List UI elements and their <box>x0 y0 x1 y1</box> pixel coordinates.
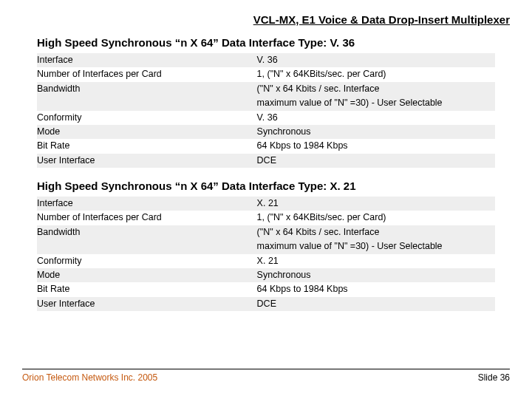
spec-label: Bandwidth <box>37 225 257 254</box>
table-row: Bandwidth ("N" x 64 Kbits / sec. Interfa… <box>37 225 495 254</box>
spec-label: Number of Interfaces per Card <box>37 211 257 225</box>
spec-value: X. 21 <box>257 254 495 268</box>
spec-label: Conformity <box>37 254 257 268</box>
spec-label: Bandwidth <box>37 82 257 111</box>
table-row: Interface V. 36 <box>37 53 495 67</box>
footer-company: Orion Telecom Networks Inc. 2005 <box>22 372 157 383</box>
table-row: User Interface DCE <box>37 154 495 168</box>
spec-value: 64 Kbps to 1984 Kbps <box>257 139 495 153</box>
spec-label: Interface <box>37 53 257 67</box>
spec-value: DCE <box>257 154 495 168</box>
spec-value: 1, ("N" x 64KBits/sec. per Card) <box>257 67 495 81</box>
table-row: Mode Synchronous <box>37 125 495 139</box>
spec-value: X. 21 <box>257 197 495 211</box>
spec-value: DCE <box>257 297 495 311</box>
spec-label: Conformity <box>37 111 257 125</box>
footer-rule <box>22 369 510 369</box>
table-row: Bit Rate 64 Kbps to 1984 Kbps <box>37 282 495 296</box>
spec-value: V. 36 <box>257 111 495 125</box>
footer: Orion Telecom Networks Inc. 2005 Slide 3… <box>22 369 510 383</box>
spec-value: Synchronous <box>257 125 495 139</box>
spec-label: Bit Rate <box>37 139 257 153</box>
table-row: User Interface DCE <box>37 297 495 311</box>
spec-label: Mode <box>37 125 257 139</box>
spec-value: Synchronous <box>257 268 495 282</box>
spec-table-v36: Interface V. 36 Number of Interfaces per… <box>37 53 495 168</box>
table-row: Number of Interfaces per Card 1, ("N" x … <box>37 67 495 81</box>
spec-value: 64 Kbps to 1984 Kbps <box>257 282 495 296</box>
spec-value: V. 36 <box>257 53 495 67</box>
spec-label: Interface <box>37 197 257 211</box>
table-row: Bandwidth ("N" x 64 Kbits / sec. Interfa… <box>37 82 495 111</box>
table-row: Number of Interfaces per Card 1, ("N" x … <box>37 211 495 225</box>
table-row: Bit Rate 64 Kbps to 1984 Kbps <box>37 139 495 153</box>
table-row: Interface X. 21 <box>37 197 495 211</box>
spec-label: Number of Interfaces per Card <box>37 67 257 81</box>
spec-table-x21: Interface X. 21 Number of Interfaces per… <box>37 197 495 311</box>
section-title-v36: High Speed Synchronous “n X 64” Data Int… <box>37 36 495 49</box>
spec-label: Mode <box>37 268 257 282</box>
footer-slide-number: Slide 36 <box>478 372 510 383</box>
table-row: Conformity X. 21 <box>37 254 495 268</box>
section-title-x21: High Speed Synchronous “n X 64” Data Int… <box>37 180 495 192</box>
table-row: Conformity V. 36 <box>37 111 495 125</box>
spec-value: ("N" x 64 Kbits / sec. Interfacemaximum … <box>257 225 495 254</box>
spec-label: User Interface <box>37 154 257 168</box>
spec-label: Bit Rate <box>37 282 257 296</box>
spec-label: User Interface <box>37 297 257 311</box>
document-title: VCL-MX, E1 Voice & Data Drop-Insert Mult… <box>22 13 510 26</box>
table-row: Mode Synchronous <box>37 268 495 282</box>
spec-value: 1, ("N" x 64KBits/sec. per Card) <box>257 211 495 225</box>
content-area: High Speed Synchronous “n X 64” Data Int… <box>22 36 510 311</box>
spec-value: ("N" x 64 Kbits / sec. Interfacemaximum … <box>257 82 495 111</box>
